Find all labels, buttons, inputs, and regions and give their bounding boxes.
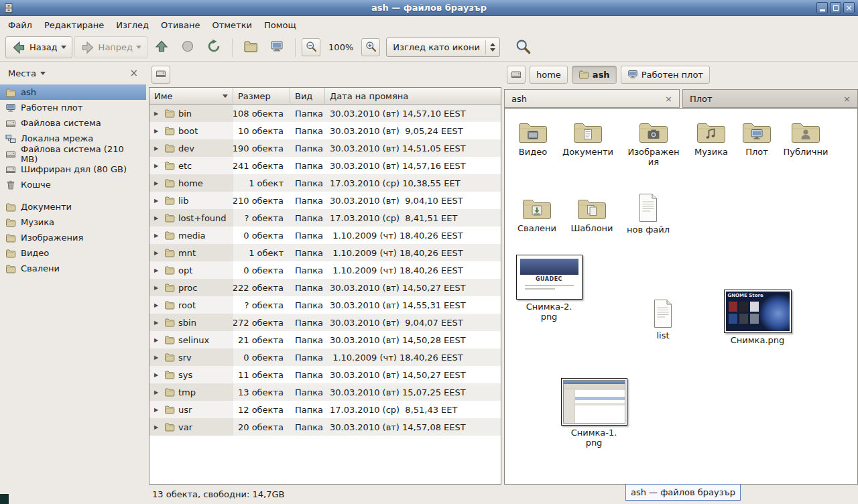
expander-icon[interactable]: ▶ <box>154 285 161 291</box>
expander-icon[interactable]: ▶ <box>154 372 161 378</box>
expander-icon[interactable]: ▶ <box>154 180 161 186</box>
row-name: dev <box>178 143 194 153</box>
expander-icon[interactable]: ▶ <box>154 337 161 343</box>
computer-button[interactable] <box>265 36 289 58</box>
path-button-ash[interactable]: ash <box>572 66 617 84</box>
forward-button[interactable]: Напред <box>74 36 147 58</box>
tab-ash[interactable]: ash× <box>504 89 680 108</box>
titlebar[interactable]: ash — файлов браузър × <box>0 0 858 16</box>
column-header-Размер[interactable]: Размер <box>233 88 290 105</box>
sidebar-item-Видео[interactable]: Видео <box>0 245 146 261</box>
expander-icon[interactable]: ▶ <box>154 267 161 273</box>
expander-icon[interactable]: ▶ <box>154 407 161 413</box>
tab-close-icon[interactable]: × <box>665 94 672 104</box>
path-button-root[interactable] <box>151 66 170 84</box>
zoom-in-button[interactable] <box>361 38 380 56</box>
back-button[interactable]: Назад <box>5 36 72 58</box>
tree-row-tmp[interactable]: ▶tmp13 обектаПапка30.03.2010 (вт) 15,07,… <box>149 383 501 401</box>
file-item-Снимка-2.-png[interactable]: GUADECСнимка-2. png <box>517 255 581 322</box>
expander-icon[interactable]: ▶ <box>154 424 161 430</box>
menu-item-Файл[interactable]: Файл <box>2 17 38 33</box>
expander-icon[interactable]: ▶ <box>154 250 161 256</box>
sidebar-item-ash[interactable]: ash <box>0 84 146 100</box>
file-item-Изображен-ия[interactable]: Изображен ия <box>621 119 686 167</box>
expander-icon[interactable]: ▶ <box>154 163 161 169</box>
sidebar-item-Документи[interactable]: Документи <box>0 199 146 214</box>
menu-item-Отметки[interactable]: Отметки <box>206 17 257 33</box>
tree-row-media[interactable]: ▶media0 обектаПапка 1.10.2009 (чт) 18,40… <box>149 227 501 244</box>
file-item-Шаблони[interactable]: Шаблони <box>560 196 624 233</box>
tree-row-home[interactable]: ▶home1 обектПапка17.03.2010 (ср) 10,38,5… <box>149 174 501 192</box>
sidebar-item-Изображения[interactable]: Изображения <box>0 230 146 245</box>
tree-row-lost+found[interactable]: ▶lost+found? обектаПапка17.03.2010 (ср) … <box>149 209 501 227</box>
minimize-button[interactable] <box>816 2 828 13</box>
view-mode-select[interactable]: Изглед като икони <box>386 38 500 57</box>
combo-spin-icons[interactable] <box>485 40 495 54</box>
expander-icon[interactable]: ▶ <box>154 215 161 221</box>
back-dropdown-icon[interactable] <box>61 46 66 49</box>
sidebar-item-Шифриран дял (80 GB)[interactable]: Шифриран дял (80 GB) <box>0 162 146 177</box>
cell-size: 190 обекта <box>233 139 290 157</box>
expander-icon[interactable]: ▶ <box>154 389 161 395</box>
file-item-Снимка-1.-png[interactable]: Снимка-1. png <box>562 378 626 448</box>
menu-item-Отиване[interactable]: Отиване <box>155 17 206 33</box>
tree-row-lib[interactable]: ▶lib210 обектаПапка30.03.2010 (вт) 9,04,… <box>149 192 501 209</box>
sidebar-item-label: Свалени <box>21 263 60 273</box>
file-item-Публични[interactable]: Публични <box>774 119 838 157</box>
sidebar-item-Кошче[interactable]: Кошче <box>0 177 146 192</box>
expander-icon[interactable]: ▶ <box>154 355 161 361</box>
sidebar-dropdown-icon[interactable] <box>40 72 46 75</box>
column-header-Дата на промяна[interactable]: Дата на промяна <box>325 88 501 105</box>
file-item-Снимка.png[interactable]: GNOME StoreСнимка.png <box>725 290 790 345</box>
search-button[interactable] <box>511 36 536 58</box>
expander-icon[interactable]: ▶ <box>154 111 161 117</box>
tree-row-sys[interactable]: ▶sys11 обектаПапка30.03.2010 (вт) 14,50,… <box>149 366 501 383</box>
file-item-Документи[interactable]: Документи <box>556 119 620 157</box>
expander-icon[interactable]: ▶ <box>154 145 161 151</box>
tree-row-dev[interactable]: ▶dev190 обектаПапка30.03.2010 (вт) 14,51… <box>149 139 501 157</box>
zoom-out-button[interactable] <box>302 38 320 56</box>
tree-row-etc[interactable]: ▶etc241 обектаПапка30.03.2010 (вт) 14,57… <box>149 157 501 174</box>
tree-row-sbin[interactable]: ▶sbin272 обектаПапка30.03.2010 (вт) 9,04… <box>149 314 501 331</box>
expander-icon[interactable]: ▶ <box>154 233 161 239</box>
tree-row-var[interactable]: ▶var20 обектаПапка30.03.2010 (вт) 14,57,… <box>149 418 501 436</box>
tree-row-proc[interactable]: ▶proc222 обектаПапка30.03.2010 (вт) 14,5… <box>149 279 501 296</box>
maximize-button[interactable] <box>830 2 841 13</box>
sidebar-close-icon[interactable]: × <box>129 68 138 78</box>
file-item-нов-файл[interactable]: нов файл <box>616 193 680 235</box>
tree-row-selinux[interactable]: ▶selinux21 обектаПапка30.03.2010 (вт) 14… <box>149 331 501 349</box>
menu-item-Редактиране[interactable]: Редактиране <box>38 17 110 33</box>
expander-icon[interactable]: ▶ <box>154 198 161 204</box>
reload-button[interactable] <box>202 36 226 58</box>
column-header-Име[interactable]: Име <box>149 88 233 105</box>
stop-button[interactable] <box>176 36 200 58</box>
path-button-root[interactable] <box>507 66 526 84</box>
menu-item-Помощ[interactable]: Помощ <box>258 17 302 33</box>
tree-row-root[interactable]: ▶root? обектаПапка30.03.2010 (вт) 14,55,… <box>149 296 501 314</box>
tree-row-opt[interactable]: ▶opt0 обектаПапка 1.10.2009 (чт) 18,40,2… <box>149 261 501 279</box>
expander-icon[interactable]: ▶ <box>154 302 161 308</box>
sidebar-item-Файлова система[interactable]: Файлова система <box>0 115 146 131</box>
path-button-Работен плот[interactable]: Работен плот <box>621 66 710 84</box>
tree-row-srv[interactable]: ▶srv0 обектаПапка 1.10.2009 (чт) 18,40,2… <box>149 349 501 366</box>
expander-icon[interactable]: ▶ <box>154 128 161 134</box>
expander-icon[interactable]: ▶ <box>154 320 161 326</box>
sidebar-item-Файлова система (210 MB)[interactable]: Файлова система (210 MB) <box>0 146 146 162</box>
sidebar-item-Работен плот[interactable]: Работен плот <box>0 100 146 115</box>
tab-Плот[interactable]: Плот× <box>682 89 858 108</box>
close-button[interactable]: × <box>843 2 855 13</box>
path-button-home[interactable]: home <box>530 66 568 84</box>
home-button[interactable] <box>239 36 263 58</box>
tree-row-boot[interactable]: ▶boot10 обектаПапка30.03.2010 (вт) 9,05,… <box>149 122 501 139</box>
sidebar-item-Свалени[interactable]: Свалени <box>0 261 146 276</box>
file-item-list[interactable]: list <box>631 299 695 340</box>
tree-row-mnt[interactable]: ▶mnt1 обектПапка 1.10.2009 (чт) 18,40,26… <box>149 244 501 261</box>
up-button[interactable] <box>149 36 174 58</box>
tree-row-bin[interactable]: ▶bin108 обектаПапка30.03.2010 (вт) 14,57… <box>149 105 501 122</box>
column-header-Вид[interactable]: Вид <box>290 88 325 105</box>
drive-icon <box>511 69 522 80</box>
tree-row-usr[interactable]: ▶usr12 обектаПапка17.03.2010 (ср) 8,51,4… <box>149 401 501 418</box>
sidebar-item-Музика[interactable]: Музика <box>0 214 146 230</box>
tab-close-icon[interactable]: × <box>843 94 851 104</box>
menu-item-Изглед[interactable]: Изглед <box>110 17 155 33</box>
